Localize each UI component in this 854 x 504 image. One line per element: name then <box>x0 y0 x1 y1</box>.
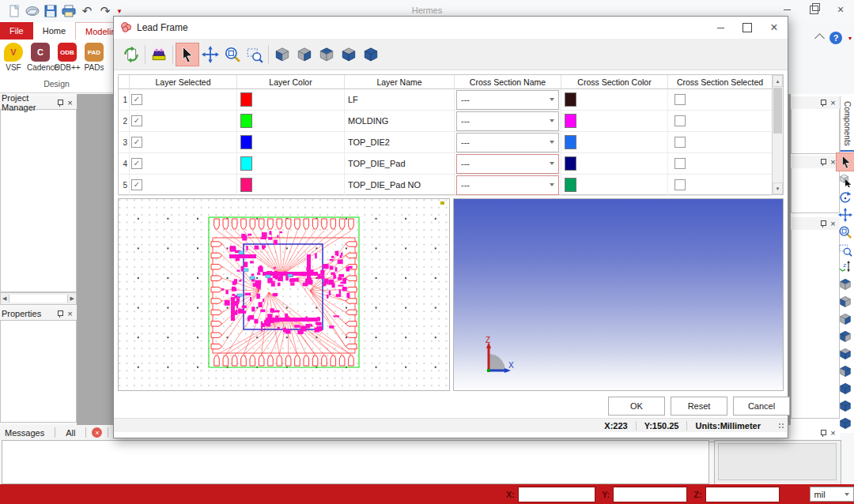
view-front-button[interactable] <box>836 345 854 363</box>
col-layer-name[interactable]: Layer Name <box>345 75 455 89</box>
view-left-button[interactable] <box>271 43 293 66</box>
leadframe-3d-view[interactable]: Z X <box>453 198 784 391</box>
ok-button[interactable]: OK <box>608 397 665 416</box>
unit-dropdown[interactable]: mil <box>810 487 854 502</box>
restore-button[interactable] <box>800 0 827 19</box>
cross-section-name-dropdown[interactable]: --- <box>456 154 559 174</box>
cross-section-color-swatch[interactable] <box>565 156 576 171</box>
pin-icon[interactable] <box>818 428 828 438</box>
view-right-button[interactable] <box>293 43 316 66</box>
view-top-button[interactable] <box>836 276 854 293</box>
cross-section-name-dropdown[interactable]: --- <box>456 90 559 110</box>
layer-selected-checkbox[interactable]: ✓ <box>131 158 142 169</box>
layer-selected-checkbox[interactable]: ✓ <box>131 94 142 105</box>
x-coordinate-input[interactable] <box>518 487 595 502</box>
scroll-right-icon[interactable]: ▶ <box>69 295 76 302</box>
select-tool[interactable] <box>176 43 199 66</box>
tab-messages[interactable]: Messages <box>0 428 49 438</box>
layer-color-swatch[interactable] <box>240 92 252 107</box>
y-coordinate-input[interactable] <box>613 487 687 502</box>
table-vscrollbar[interactable]: ▲ ▼ <box>772 75 783 194</box>
layer-color-swatch[interactable] <box>240 135 252 149</box>
help-icon[interactable]: ? <box>829 32 842 44</box>
view-top-button[interactable] <box>316 43 338 66</box>
layer-color-swatch[interactable] <box>240 156 252 171</box>
print-icon[interactable] <box>61 3 77 19</box>
tab-all[interactable]: All <box>61 428 80 438</box>
dialog-minimize-button[interactable] <box>707 18 734 37</box>
cross-section-selected-checkbox[interactable] <box>675 137 686 148</box>
view-front-button[interactable] <box>338 43 360 66</box>
pin-icon[interactable] <box>818 219 828 229</box>
select-tool[interactable] <box>836 152 854 171</box>
col-layer-color[interactable]: Layer Color <box>237 75 345 89</box>
cross-section-color-swatch[interactable] <box>565 92 576 107</box>
pan-tool[interactable] <box>836 206 854 224</box>
redo-icon[interactable]: ↷ <box>97 3 113 19</box>
bottom-right-panel-content[interactable] <box>718 443 837 480</box>
cancel-button[interactable]: Cancel <box>733 397 790 416</box>
ribbon-item-cadence[interactable]: C Cadence <box>27 41 54 72</box>
tab-home[interactable]: Home <box>33 22 75 39</box>
view-iso1-button[interactable] <box>836 380 854 397</box>
cross-section-selected-checkbox[interactable] <box>675 94 686 105</box>
cross-section-name-dropdown[interactable]: --- <box>456 133 559 152</box>
scroll-up-icon[interactable]: ▲ <box>773 75 783 87</box>
cross-section-color-swatch[interactable] <box>565 178 576 192</box>
cross-section-selected-checkbox[interactable] <box>675 115 686 126</box>
col-cross-section-color[interactable]: Cross Section Color <box>561 75 668 89</box>
messages-content[interactable] <box>2 440 709 484</box>
close-panel-icon[interactable]: × <box>828 428 838 438</box>
z-coordinate-input[interactable] <box>705 487 780 502</box>
layer-color-swatch[interactable] <box>240 114 252 128</box>
cross-section-name-dropdown[interactable]: --- <box>456 111 559 131</box>
layer-selected-checkbox[interactable]: ✓ <box>131 115 142 126</box>
scroll-left-icon[interactable]: ◀ <box>1 295 8 302</box>
tab-file[interactable]: File <box>0 22 33 39</box>
resize-grip[interactable] <box>778 423 785 430</box>
reload-button[interactable] <box>120 43 142 66</box>
view-right-button[interactable] <box>836 328 854 345</box>
pan-tool[interactable] <box>199 43 221 66</box>
pin-icon[interactable] <box>55 98 65 108</box>
lead-frame-tool-button[interactable] <box>148 43 170 66</box>
close-button[interactable]: × <box>827 0 854 19</box>
cross-section-selected-checkbox[interactable] <box>675 179 686 190</box>
zoom-tool[interactable] <box>221 43 244 66</box>
zoom-window-tool[interactable] <box>836 241 854 258</box>
select-3d-tool[interactable] <box>836 171 854 189</box>
zoom-tool[interactable] <box>836 224 854 241</box>
ribbon-item-vsf[interactable]: V VSF <box>0 41 27 72</box>
dialog-close-button[interactable]: × <box>761 18 788 37</box>
project-manager-content[interactable] <box>0 109 77 292</box>
close-panel-icon[interactable]: × <box>828 98 838 108</box>
close-panel-icon[interactable]: × <box>65 309 75 319</box>
rotate-view-tool[interactable] <box>836 189 854 206</box>
reset-button[interactable]: Reset <box>671 397 727 416</box>
view-back-button[interactable] <box>836 293 854 310</box>
leadframe-2d-view[interactable] <box>118 198 450 391</box>
col-cross-section-selected[interactable]: Cross Section Selected <box>668 75 773 89</box>
pin-icon[interactable] <box>818 157 828 167</box>
cross-section-selected-checkbox[interactable] <box>675 158 686 169</box>
view-left-button[interactable] <box>836 310 854 328</box>
close-panel-icon[interactable]: × <box>65 98 75 108</box>
dialog-maximize-button[interactable] <box>734 18 761 37</box>
errors-filter-icon[interactable]: × <box>92 427 102 438</box>
fit-z-tool[interactable]: z <box>836 258 854 276</box>
project-manager-hscrollbar[interactable]: ◀ ▶ <box>0 292 77 305</box>
open-file-icon[interactable] <box>25 3 40 19</box>
scroll-down-icon[interactable]: ▼ <box>773 182 783 194</box>
save-icon[interactable] <box>43 3 59 19</box>
layer-selected-checkbox[interactable]: ✓ <box>131 179 142 190</box>
help-caret-icon[interactable]: ▾ <box>848 35 852 42</box>
pin-icon[interactable] <box>55 309 65 319</box>
cross-section-name-dropdown[interactable]: --- <box>456 175 559 195</box>
vscroll-thumb[interactable] <box>773 88 782 134</box>
view-bottom-button[interactable] <box>836 363 854 380</box>
pin-icon[interactable] <box>818 98 828 108</box>
ribbon-collapse-icon[interactable] <box>814 33 825 43</box>
ribbon-item-pads[interactable]: PAD PADs <box>81 41 108 72</box>
layer-selected-checkbox[interactable]: ✓ <box>131 137 142 148</box>
cross-section-color-swatch[interactable] <box>565 135 576 149</box>
